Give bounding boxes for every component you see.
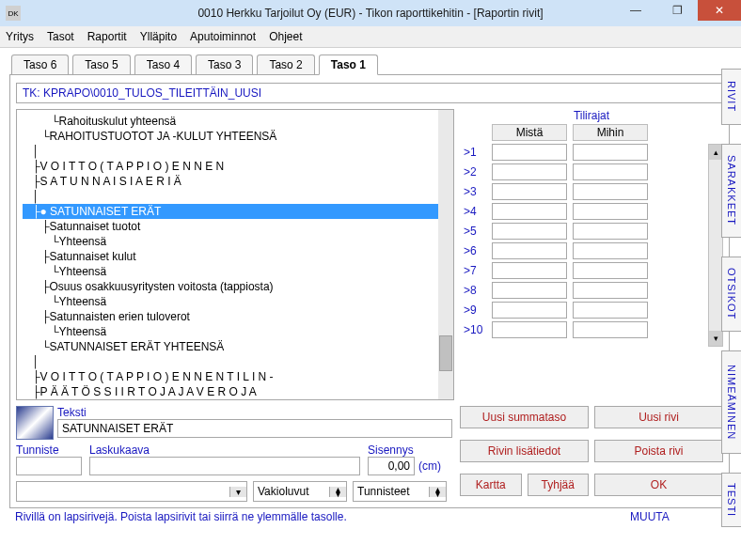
tili-row-label: >3	[460, 185, 486, 198]
tree-item[interactable]: └Rahoituskulut yhteensä	[23, 114, 438, 129]
tree-item[interactable]: ├Osuus osakkuusyritysten voitosta (tappi…	[23, 279, 438, 294]
tab-taso-4[interactable]: Taso 4	[134, 54, 192, 75]
tili-mihin-input-6[interactable]	[573, 242, 648, 259]
tab-taso-2[interactable]: Taso 2	[257, 54, 314, 75]
tree-item[interactable]: ├S A T U N N A I S I A E R I Ä	[23, 174, 438, 189]
tili-row-label: >9	[460, 303, 486, 317]
menu-ohjeet[interactable]: Ohjeet	[269, 30, 302, 43]
verttab-sarakkeet[interactable]: SARAKKEET	[721, 144, 741, 238]
menu-yllapito[interactable]: Ylläpito	[140, 30, 177, 43]
tunniste-label: Tunniste	[16, 443, 82, 457]
tree-scrollbar[interactable]	[438, 110, 453, 399]
menu-yritys[interactable]: Yritys	[6, 30, 34, 43]
tili-mista-input-6[interactable]	[492, 242, 567, 259]
tili-row-label: >6	[460, 244, 486, 257]
tili-mista-input-2[interactable]	[492, 163, 567, 180]
tree-item[interactable]: │	[23, 144, 438, 159]
tili-row-label: >4	[460, 205, 486, 218]
tree-item[interactable]: ├V O I T T O ( T A P P I O ) E N N E N	[23, 159, 438, 174]
tunniste-input[interactable]	[16, 457, 82, 475]
combo-tunnisteet[interactable]: Tunnisteet⧫	[353, 481, 447, 502]
tree-item[interactable]: └RAHOITUSTUOTOT JA -KULUT YHTEENSÄ	[23, 129, 438, 144]
tili-mihin-input-5[interactable]	[573, 223, 648, 240]
tree-item[interactable]: │	[23, 189, 438, 204]
tili-mihin-input-8[interactable]	[573, 282, 648, 299]
tab-taso-1[interactable]: Taso 1	[319, 54, 378, 75]
tili-mihin-input-2[interactable]	[573, 163, 648, 180]
tili-mihin-input-1[interactable]	[573, 144, 648, 161]
report-tree[interactable]: └Rahoituskulut yhteensä └RAHOITUSTUOTOT …	[16, 109, 454, 400]
tili-mista-input-3[interactable]	[492, 183, 567, 200]
tree-item[interactable]: ├Satunnaiset tuotot	[23, 219, 438, 234]
tili-row-label: >7	[460, 264, 486, 277]
app-icon: DK	[6, 6, 21, 21]
tili-mista-input-5[interactable]	[492, 223, 567, 240]
close-button[interactable]: ✕	[698, 0, 741, 21]
tree-item[interactable]: └Yhteensä	[23, 294, 438, 309]
tree-item[interactable]: ├V O I T T O ( T A P P I O ) E N N E N T…	[23, 369, 438, 384]
tili-mihin-input-9[interactable]	[573, 302, 648, 319]
sisennys-input[interactable]: 0,00	[368, 457, 415, 475]
tree-item[interactable]: │	[23, 354, 438, 369]
tree-item[interactable]: └Yhteensä	[23, 264, 438, 279]
tili-row-label: >10	[460, 323, 486, 336]
teksti-input[interactable]: SATUNNAISET ERÄT	[57, 419, 452, 438]
logo-icon	[16, 406, 54, 440]
tree-item[interactable]: ├Satunnaiset kulut	[23, 249, 438, 264]
teksti-label: Teksti	[57, 406, 452, 419]
tree-item[interactable]: ├Satunnaisten erien tuloverot	[23, 309, 438, 324]
window-title: 0010 Herkku Tarjoilut Oy (EUR) - Tikon r…	[197, 7, 543, 20]
tab-taso-5[interactable]: Taso 5	[72, 54, 130, 75]
tili-row-label: >8	[460, 284, 486, 297]
sisennys-label: Sisennys	[368, 443, 452, 457]
tili-mista-input-10[interactable]	[492, 321, 567, 338]
tab-taso-6[interactable]: Taso 6	[11, 54, 69, 75]
report-path-field[interactable]: TK: KPRAPO\0010_TULOS_TILEITTÄIN_UUSI	[16, 83, 723, 103]
tili-mihin-input-10[interactable]	[573, 321, 648, 338]
sisennys-unit: (cm)	[418, 459, 441, 473]
tili-row-label: >2	[460, 165, 486, 179]
tree-item[interactable]: ├● SATUNNAISET ERÄT	[23, 204, 438, 219]
menu-aputoiminnot[interactable]: Aputoiminnot	[190, 30, 256, 43]
ok-button[interactable]: OK	[594, 474, 723, 496]
tree-item[interactable]: └Yhteensä	[23, 324, 438, 339]
kartta-button[interactable]: Kartta	[460, 474, 522, 496]
uusi-rivi-button[interactable]: Uusi rivi	[594, 406, 723, 428]
menubar: Yritys Tasot Raportit Ylläpito Aputoimin…	[0, 26, 741, 48]
tili-mihin-input-7[interactable]	[573, 262, 648, 279]
restore-button[interactable]: ❐	[656, 0, 698, 21]
verttab-rivit[interactable]: RIVIT	[721, 69, 741, 125]
verttab-otsikot[interactable]: OTSIKOT	[721, 257, 741, 332]
tili-mista-input-8[interactable]	[492, 282, 567, 299]
tili-mihin-input-3[interactable]	[573, 183, 648, 200]
menu-tasot[interactable]: Tasot	[47, 30, 74, 43]
combo-1[interactable]: ▾	[16, 481, 247, 502]
tili-row-label: >5	[460, 225, 486, 238]
tili-mista-input-9[interactable]	[492, 302, 567, 319]
tili-mista-input-7[interactable]	[492, 262, 567, 279]
uusi-summataso-button[interactable]: Uusi summataso	[460, 406, 589, 428]
combo-vakioluvut[interactable]: Vakioluvut⧫	[253, 481, 347, 502]
status-mode: MUUTA	[630, 510, 724, 523]
col-mista: Mistä	[492, 124, 567, 141]
tilirajat-title: Tilirajat	[460, 109, 723, 122]
verttab-nimeaminen[interactable]: NIMEÄMINEN	[721, 350, 741, 454]
tili-mista-input-1[interactable]	[492, 144, 567, 161]
laskukaava-label: Laskukaava	[89, 443, 360, 457]
tyhjaa-button[interactable]: Tyhjää	[528, 474, 590, 496]
tili-row-label: >1	[460, 146, 486, 159]
verttab-testi[interactable]: TESTI	[721, 473, 741, 527]
tree-item[interactable]: └SATUNNAISET ERÄT YHTEENSÄ	[23, 339, 438, 354]
rivin-lisatiedot-button[interactable]: Rivin lisätiedot	[460, 440, 589, 462]
tab-row: Taso 6Taso 5Taso 4Taso 3Taso 2Taso 1	[6, 54, 733, 74]
laskukaava-input[interactable]	[89, 457, 360, 475]
menu-raportit[interactable]: Raportit	[87, 30, 127, 43]
poista-rivi-button[interactable]: Poista rivi	[594, 440, 723, 462]
col-mihin: Mihin	[573, 124, 648, 141]
minimize-button[interactable]: —	[615, 0, 656, 21]
tili-mista-input-4[interactable]	[492, 203, 567, 220]
tree-item[interactable]: └Yhteensä	[23, 234, 438, 249]
tree-item[interactable]: ├P Ä Ä T Ö S S I I R T O J A J A V E R O…	[23, 384, 438, 399]
tab-taso-3[interactable]: Taso 3	[196, 54, 253, 75]
tili-mihin-input-4[interactable]	[573, 203, 648, 220]
